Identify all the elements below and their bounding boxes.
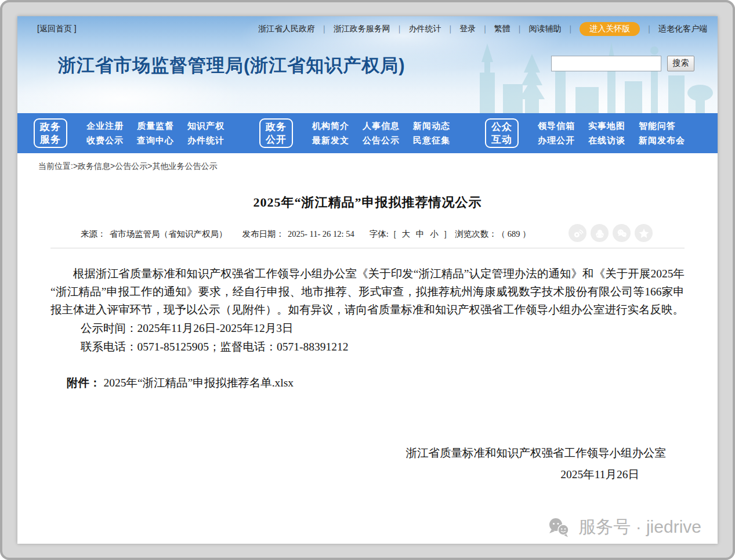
topbar-links: 浙江省人民政府 ｜ 浙江政务服务网 ｜ 办件统计 ｜ 登录 ｜ 繁體 ｜ 阅读辅… (258, 22, 707, 36)
topbar: [返回首页 ] 浙江省人民政府 ｜ 浙江政务服务网 ｜ 办件统计 ｜ 登录 ｜ … (17, 16, 718, 36)
nav-box-label: 公众 (491, 121, 512, 133)
elder-client-link[interactable]: 适老化客户端 (658, 24, 707, 34)
nav-link-leader-mailbox[interactable]: 领导信箱 (538, 121, 575, 132)
site-title: 浙江省市场监督管理局(浙江省知识产权局) (58, 53, 405, 78)
site-header: [返回首页 ] 浙江省人民政府 ｜ 浙江政务服务网 ｜ 办件统计 ｜ 登录 ｜ … (17, 16, 718, 113)
nav-box-government-disclosure[interactable]: 政务 公开 (259, 118, 293, 148)
watermark: 服务号 · jiedrive (546, 515, 701, 539)
wechat-service-icon (546, 517, 571, 538)
traditional-chinese-link[interactable]: 繁體 (494, 24, 510, 34)
page-title: 2025年“浙江精品”申报拟推荐情况公示 (50, 194, 685, 211)
nav-link-enterprise-registration[interactable]: 企业注册 (86, 121, 124, 132)
home-link[interactable]: [返回首页 ] (37, 24, 77, 34)
nav-link-personnel-info[interactable]: 人事信息 (363, 121, 400, 132)
browser-frame: [返回首页 ] 浙江省人民政府 ｜ 浙江政务服务网 ｜ 办件统计 ｜ 登录 ｜ … (0, 0, 735, 560)
nav-link-fee-disclosure[interactable]: 收费公示 (86, 135, 124, 146)
nav-box-label: 政务 (266, 121, 287, 133)
separator: ｜ (446, 24, 454, 34)
article: 2025年“浙江精品”申报拟推荐情况公示 来源： 省市场监管局（省知识产权局） … (17, 178, 718, 482)
breadcrumb: 当前位置:>政务信息>公告公示>其他业务公告公示 (17, 153, 718, 178)
search-area: 搜索 (551, 56, 694, 71)
publish-date-value: 2025- 11- 26 12: 54 (288, 229, 354, 239)
nav-group-interaction: 公众 互动 领导信箱 实事地图 智能问答 办理公开 在线访谈 新闻发布会 (485, 118, 685, 148)
nav-link-query-center[interactable]: 查询中心 (137, 135, 174, 146)
meta-divider (50, 248, 685, 248)
share-weibo-icon[interactable] (569, 224, 586, 242)
signature-org: 浙江省质量标准和知识产权强省工作领导小组办公室 (50, 445, 685, 461)
separator: ｜ (481, 24, 489, 34)
main-nav: 政务 服务 企业注册 质量监督 知识产权 收费公示 查询中心 办件统计 (17, 113, 718, 153)
topbar-link-service-net[interactable]: 浙江政务服务网 (334, 24, 390, 34)
separator: ｜ (516, 24, 524, 34)
separator: ｜ (320, 24, 328, 34)
show-time-line: 公示时间：2025年11月26日-2025年12月3日 (50, 319, 685, 337)
nav-link-announcements[interactable]: 公告公示 (363, 135, 400, 146)
share-icons (569, 224, 653, 242)
nav-link-news[interactable]: 新闻动态 (413, 121, 450, 132)
nav-link-quality-supervision[interactable]: 质量监督 (137, 121, 174, 132)
nav-group-services: 政务 服务 企业注册 质量监督 知识产权 收费公示 查询中心 办件统计 (34, 118, 225, 148)
font-size-large-button[interactable]: 大 (400, 229, 411, 240)
nav-box-government-services[interactable]: 政务 服务 (34, 118, 67, 148)
article-body: 根据浙江省质量标准和知识产权强省工作领导小组办公室《关于印发“浙江精品”认定管理… (50, 265, 685, 392)
nav-link-agency-intro[interactable]: 机构简介 (312, 121, 349, 132)
nav-link-intellectual-property[interactable]: 知识产权 (187, 121, 225, 132)
paragraph-main: 根据浙江省质量标准和知识产权强省工作领导小组办公室《关于印发“浙江精品”认定管理… (50, 265, 685, 319)
nav-box-label: 公开 (266, 133, 287, 146)
contact-line: 联系电话：0571-85125905；监督电话：0571-88391212 (50, 338, 685, 356)
separator: ｜ (567, 24, 575, 34)
source-value: 省市场监管局（省知识产权局） (110, 229, 227, 240)
article-meta: 来源： 省市场监管局（省知识产权局） 发布日期： 2025- 11- 26 12… (50, 229, 685, 240)
attachment-line: 附件： 2025年“浙江精品”申报拟推荐名单.xlsx (50, 374, 685, 392)
nav-box-public-interaction[interactable]: 公众 互动 (485, 118, 519, 148)
topbar-link-stats[interactable]: 办件统计 (408, 24, 441, 34)
font-size-suffix: ］ (443, 229, 452, 240)
nav-box-label: 服务 (40, 133, 61, 146)
source-label: 来源： (81, 229, 106, 240)
signature-block: 浙江省质量标准和知识产权强省工作领导小组办公室 2025年11月26日 (50, 445, 685, 482)
font-size-small-button[interactable]: 小 (429, 229, 440, 240)
view-count: 浏览次数：（ 689 ） (455, 229, 531, 240)
care-version-button[interactable]: 进入关怀版 (580, 22, 640, 36)
nav-link-latest-documents[interactable]: 最新发文 (312, 135, 349, 146)
attachment-file-link[interactable]: 2025年“浙江精品”申报拟推荐名单.xlsx (103, 377, 294, 389)
nav-links: 机构简介 人事信息 新闻动态 最新发文 公告公示 民意征集 (312, 121, 450, 146)
nav-link-handling-disclosure[interactable]: 办理公开 (538, 135, 575, 146)
nav-link-online-interview[interactable]: 在线访谈 (588, 135, 625, 146)
share-wechat-icon[interactable] (613, 224, 631, 242)
separator: ｜ (396, 24, 404, 34)
publish-date-label: 发布日期： (242, 229, 285, 240)
nav-links: 企业注册 质量监督 知识产权 收费公示 查询中心 办件统计 (86, 121, 225, 146)
banner: 浙江省市场监督管理局(浙江省知识产权局) 搜索 (17, 36, 718, 78)
nav-link-public-opinion[interactable]: 民意征集 (413, 135, 450, 146)
watermark-text: 服务号 · jiedrive (578, 515, 701, 539)
nav-group-disclosure: 政务 公开 机构简介 人事信息 新闻动态 最新发文 公告公示 民意征集 (259, 118, 450, 148)
nav-link-press-conference[interactable]: 新闻发布会 (639, 135, 685, 146)
nav-link-smart-qa[interactable]: 智能问答 (639, 121, 676, 132)
nav-box-label: 互动 (491, 133, 512, 146)
separator: ｜ (645, 24, 653, 34)
attachment-label: 附件： (67, 377, 101, 389)
search-input[interactable] (551, 56, 661, 71)
share-qzone-icon[interactable] (635, 224, 653, 242)
page: [返回首页 ] 浙江省人民政府 ｜ 浙江政务服务网 ｜ 办件统计 ｜ 登录 ｜ … (17, 16, 718, 544)
reading-aid-link[interactable]: 阅读辅助 (529, 24, 562, 34)
nav-links: 领导信箱 实事地图 智能问答 办理公开 在线访谈 新闻发布会 (538, 121, 685, 146)
login-link[interactable]: 登录 (459, 24, 476, 34)
share-qq-icon[interactable] (591, 224, 609, 242)
font-size-prefix: 字体:［ (370, 229, 397, 240)
nav-box-label: 政务 (40, 121, 61, 133)
nav-link-case-statistics[interactable]: 办件统计 (187, 135, 225, 146)
font-size-medium-button[interactable]: 中 (415, 229, 426, 240)
signature-date: 2025年11月26日 (50, 467, 685, 482)
search-button[interactable]: 搜索 (667, 56, 694, 71)
nav-link-facts-map[interactable]: 实事地图 (588, 121, 625, 132)
topbar-link-gov[interactable]: 浙江省人民政府 (258, 24, 315, 34)
